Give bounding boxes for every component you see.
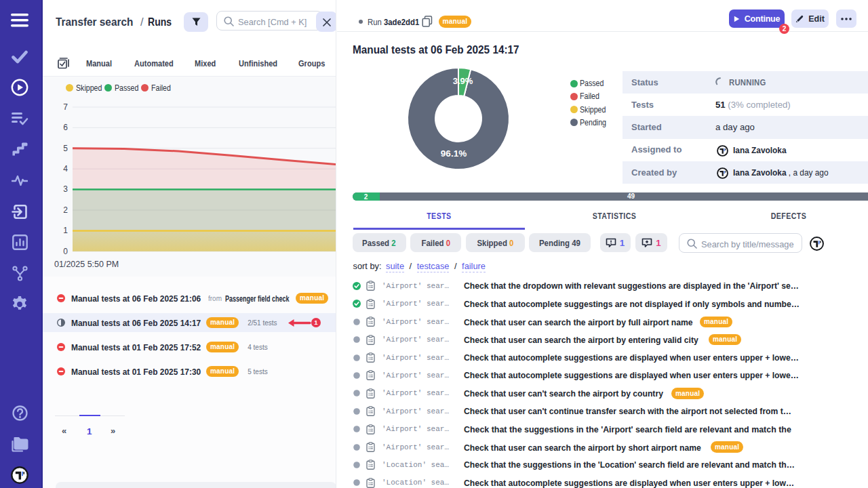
- svg-text:96.1%: 96.1%: [441, 148, 467, 159]
- svg-text:3.9%: 3.9%: [453, 76, 473, 86]
